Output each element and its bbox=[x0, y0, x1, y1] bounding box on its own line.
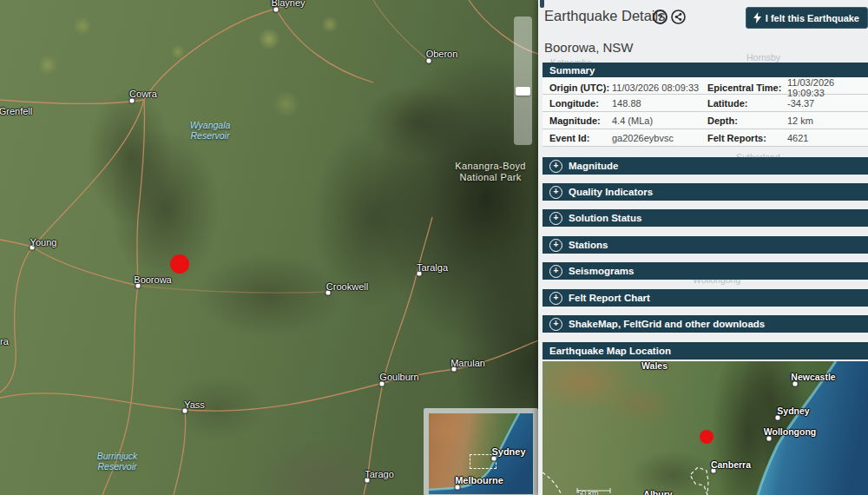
accordion-stations[interactable]: +Stations bbox=[542, 236, 868, 254]
map-label-marulan: Marulan bbox=[450, 358, 485, 368]
map-label-national-park: Kanangra-BoydNational Park bbox=[455, 161, 526, 183]
accordion-label: ShakeMap, FeltGrid and other downloads bbox=[569, 319, 765, 329]
map-label-young: Young bbox=[30, 237, 57, 248]
accordion-label: Quality Indicators bbox=[569, 187, 653, 197]
summary-field-value: 11/03/2026 19:09:33 bbox=[787, 77, 868, 98]
expand-plus-icon: + bbox=[549, 212, 562, 225]
lightning-bolt-icon bbox=[753, 12, 761, 23]
event-location-title: Boorowa, NSW bbox=[544, 40, 634, 55]
accordion-quality-indicators[interactable]: +Quality Indicators bbox=[542, 183, 868, 201]
map-label-canberra: Canberra bbox=[711, 459, 751, 470]
accordion-solution-status[interactable]: +Solution Status bbox=[542, 209, 868, 227]
map-label-yass: Yass bbox=[184, 399, 205, 410]
summary-table-row: Event Id:ga2026eybvscFelt Reports:4621 bbox=[542, 129, 868, 147]
map-label-ra: ra bbox=[0, 336, 9, 346]
summary-field-value: 148.88 bbox=[612, 98, 707, 109]
summary-field-label: Latitude: bbox=[707, 98, 787, 109]
summary-field-value: 11/03/2026 08:09:33 bbox=[612, 82, 707, 93]
page-title: Earthquake Details bbox=[544, 8, 665, 24]
summary-table-row: Origin (UTC):11/03/2026 08:09:33Epicentr… bbox=[542, 77, 868, 95]
map-label-blayney: Blayney bbox=[271, 0, 305, 8]
accordion-label: Stations bbox=[569, 240, 608, 250]
summary-field-value: ga2026eybvsc bbox=[612, 133, 707, 143]
overview-inset-terrain: SydneyMelbourne bbox=[429, 413, 533, 494]
expand-plus-icon: + bbox=[549, 318, 562, 331]
details-panel: KatoombaHornsbyBlacktownSutherlandWollon… bbox=[538, 0, 868, 495]
map-label-boorowa: Boorowa bbox=[134, 274, 171, 285]
map-location-header: Earthquake Map Location bbox=[542, 342, 868, 360]
map-label-albury: Albury bbox=[643, 489, 672, 495]
accordion-label: Felt Report Chart bbox=[569, 293, 650, 303]
summary-table: Origin (UTC):11/03/2026 08:09:33Epicentr… bbox=[542, 77, 868, 147]
help-icon[interactable]: ? bbox=[653, 10, 667, 24]
summary-field-label: Epicentral Time: bbox=[707, 82, 787, 93]
earthquake-location-minimap: 50 km WalesNewcastleSydneyWollongongCanb… bbox=[542, 361, 868, 495]
summary-field-label: Depth: bbox=[707, 116, 787, 126]
accordion-felt-report-chart[interactable]: +Felt Report Chart bbox=[542, 289, 868, 307]
summary-table-row: Longitude:148.88Latitude:-34.37 bbox=[542, 95, 868, 112]
epicenter-marker[interactable] bbox=[170, 254, 189, 274]
accordion-seismograms[interactable]: +Seismograms bbox=[542, 262, 868, 280]
accordion-magnitude[interactable]: +Magnitude bbox=[542, 157, 868, 175]
map-zoom-handle[interactable] bbox=[516, 87, 530, 96]
expand-plus-icon: + bbox=[549, 292, 562, 305]
summary-field-value: 12 km bbox=[787, 116, 868, 126]
expand-plus-icon: + bbox=[549, 160, 562, 173]
main-satellite-map[interactable]: BlayneyOberonCowraGrenfellYoungBoorowaCr… bbox=[0, 0, 538, 495]
summary-header: Summary bbox=[542, 63, 868, 77]
share-icon[interactable] bbox=[671, 10, 686, 24]
minimap-epicenter-marker bbox=[700, 430, 713, 444]
summary-field-label: Magnitude: bbox=[549, 116, 612, 126]
map-label-wyangala-reservoir: WyangalaReservoir bbox=[190, 120, 231, 141]
expand-plus-icon: + bbox=[549, 265, 562, 278]
accordion-shakemap-feltgrid-and-other-downloads[interactable]: +ShakeMap, FeltGrid and other downloads bbox=[542, 315, 868, 333]
map-label-burrinjuck-reservoir: BurrinjuckReservoir bbox=[97, 451, 138, 472]
map-label-goulburn: Goulburn bbox=[379, 372, 418, 382]
map-label-wollongong: Wollongong bbox=[764, 426, 816, 437]
map-label-taralga: Taralga bbox=[417, 262, 448, 273]
map-label-tarago: Tarago bbox=[365, 469, 394, 479]
summary-field-value: 4621 bbox=[787, 133, 868, 143]
overview-inset-map[interactable]: SydneyMelbourne bbox=[424, 408, 538, 495]
accordion-label: Solution Status bbox=[569, 213, 641, 223]
summary-table-row: Magnitude:4.4 (MLa)Depth:12 km bbox=[542, 112, 868, 129]
summary-field-label: Longitude: bbox=[549, 98, 612, 109]
map-label-cowra: Cowra bbox=[129, 89, 157, 99]
map-zoom-slider[interactable] bbox=[514, 16, 532, 145]
summary-field-value: -34.37 bbox=[787, 98, 868, 109]
panel-corner-mark bbox=[540, 0, 544, 8]
map-label-melbourne: Melbourne bbox=[455, 475, 503, 485]
summary-field-label: Origin (UTC): bbox=[549, 82, 612, 93]
summary-field-value: 4.4 (MLa) bbox=[612, 116, 707, 126]
summary-field-label: Event Id: bbox=[549, 133, 612, 143]
map-label-sydney: Sydney bbox=[777, 406, 809, 416]
map-label-crookwell: Crookwell bbox=[326, 281, 368, 292]
map-label-sydney: Sydney bbox=[491, 446, 525, 457]
minimap-region-label: Wales bbox=[641, 361, 667, 371]
expand-plus-icon: + bbox=[549, 186, 562, 199]
map-label-newcastle: Newcastle bbox=[791, 372, 835, 382]
summary-field-label: Felt Reports: bbox=[707, 133, 787, 143]
map-label-oberon: Oberon bbox=[426, 49, 458, 59]
minimap-scale-label: 50 km bbox=[577, 489, 599, 495]
earthquake-details-app: BlayneyOberonCowraGrenfellYoungBoorowaCr… bbox=[0, 0, 868, 495]
felt-button-label: I felt this Earthquake bbox=[766, 13, 859, 23]
map-label-grenfell: Grenfell bbox=[0, 106, 32, 116]
accordion-label: Seismograms bbox=[569, 266, 634, 276]
accordion-label: Magnitude bbox=[569, 161, 619, 171]
felt-earthquake-button[interactable]: I felt this Earthquake bbox=[746, 7, 868, 29]
expand-plus-icon: + bbox=[549, 239, 562, 252]
